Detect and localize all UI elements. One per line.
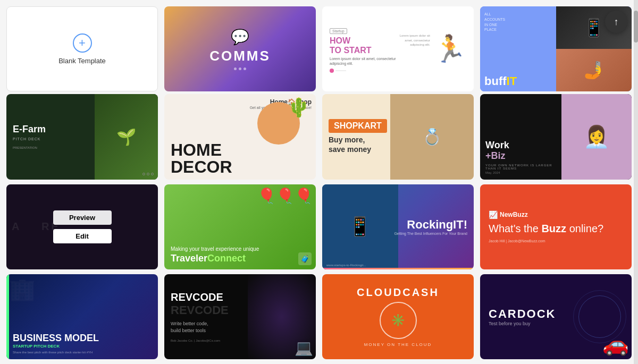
buffit-logo: buffIT [484,75,517,87]
newbuzz-contact: Jacob Hill | Jacob@NewBuzz.com [489,239,623,243]
efarm-icons [142,173,154,175]
template-card-traveler[interactable]: Preview Edit 🎈🎈🎈 Making your travel expe… [164,184,316,269]
plus-icon: + [73,33,92,53]
newbuzz-logo-text: NewBuzz [500,211,528,218]
keyboard-icon: 💻 [295,339,313,357]
bizmodel-title: BUSINESS MODEL [13,333,152,344]
cloudcash-circle: ✳️ [380,302,417,339]
rockingit-image: 📱 [322,184,398,269]
template-card-how-to-start[interactable]: Preview Edit Startup HOWTO START Lorem i… [322,6,474,91]
rockingit-title: RockingIT! [394,218,467,232]
shopkart-badge: SHOPKART [329,119,387,133]
template-card-revcode[interactable]: Preview Edit REVCODE REVCODE Write bette… [164,274,316,359]
template-card-rockingit[interactable]: Preview Edit 📱 RockingIT! Getting The Be… [322,184,474,269]
cloudcash-title: CLOUDCASH [357,286,439,299]
blank-template-label: Blank Template [58,57,106,65]
workbiz-date: May, 2024 [485,171,556,174]
car-icon: 🚗 [602,332,629,357]
shopkart-image: 💍 [390,94,474,179]
buffit-label: ALLACCOUNTSIN ONEPLACE [484,12,505,32]
scroll-to-top-button[interactable]: ↑ [605,11,627,33]
template-card-bizmodel[interactable]: Preview Edit 🏢 BUSINESS MODEL Startup Pi… [6,274,158,359]
rockingit-footer: www.startups-to-Rockingit... [322,264,474,267]
hd-big-title: HOMEDECOR [171,141,232,175]
bm-bg-text: 🏢 [9,277,36,302]
edit-button[interactable]: Edit [53,229,112,243]
newbuzz-logo: 📈 NewBuzz [489,210,623,219]
template-card-shopkart[interactable]: Preview Edit SHOPKART Buy more, save mon… [322,94,474,179]
hts-step [330,69,398,73]
cloudcash-subtitle: MONEY ON THE CLOUD [364,342,432,347]
comms-content: 💬 COMMS [209,28,271,70]
template-card-cardock[interactable]: Preview Edit CARDOCK Test before you buy… [480,274,632,359]
card-hover-overlay: Preview Edit [6,184,158,269]
comms-dots [209,67,271,70]
efarm-title: E-Farm [13,124,88,135]
rockingit-content: RockingIT! Getting The Best Influencers … [394,218,467,235]
template-card-comms[interactable]: Preview Edit 💬 COMMS [164,6,316,91]
hts-subtitle: Lorem ipsum dolor sit amet, consectetur … [330,56,398,66]
balloons-icon: 🎈🎈🎈 [257,187,313,205]
efarm-left: E-Farm PITCH DECK PRESENTATION [6,94,95,179]
hts-tag: Startup [330,28,347,34]
scrollbar-thumb[interactable] [634,11,638,43]
workbiz-image: 👩‍💼 [561,94,632,179]
hd-plant-icon: 🌵 [287,97,310,118]
running-man-icon: 🏃 [433,33,466,64]
rockingit-footer-text: www.startups-to-Rockingit... [326,264,366,267]
template-card-blank[interactable]: Preview Edit + Blank Template [6,6,158,91]
hts-text-col: Lorem ipsum dolor sit amet, consectetur … [398,33,430,64]
rockingit-color-bar [322,268,474,269]
hts-left: Startup HOWTO START Lorem ipsum dolor si… [330,25,398,73]
template-card-adventure[interactable]: Preview Edit A re [6,184,158,269]
scrollbar[interactable] [634,0,638,364]
shopkart-content: SHOPKART Buy more, save money [329,119,387,154]
buffit-main: ALLACCOUNTSIN ONEPLACE buffIT [480,6,556,91]
traveler-brand: TravelerConnect [171,253,309,264]
traveler-title: Making your travel experience unique [171,246,309,253]
preview-button[interactable]: Preview [53,210,112,225]
workbiz-left: Work+Biz YOUR OWN NETWORK IS LARGER THAN… [480,94,561,179]
comms-title: COMMS [209,48,271,64]
template-card-cloudcash[interactable]: Preview Edit CLOUDCASH ✳️ MONEY ON THE C… [322,274,474,359]
workbiz-subtitle: YOUR OWN NETWORK IS LARGER THAN IT SEEMS [485,164,556,170]
up-arrow-icon: ↑ [614,16,619,28]
template-card-newbuzz[interactable]: Preview Edit 📈 NewBuzz What's the Buzz o… [480,184,632,269]
template-card-home-decor[interactable]: Preview Edit Home🏠Shop Get all your home… [164,94,316,179]
template-card-workbiz[interactable]: Preview Edit Work+Biz YOUR OWN NETWORK I… [480,94,632,179]
template-grid: Preview Edit + Blank Template Preview Ed… [0,0,638,364]
efarm-subtitle: PITCH DECK [13,137,88,141]
workbiz-title: Work+Biz [485,140,556,162]
shopkart-tagline: Buy more, save money [329,135,387,154]
bizmodel-subtitle: Startup Pitch Deck [13,344,152,349]
efarm-footer: PRESENTATION [13,146,88,149]
chat-icon: 💬 [209,28,271,46]
newbuzz-logo-icon: 📈 [489,210,498,219]
buffit-image-2: 🤳 [556,49,632,91]
hts-title: HOWTO START [330,36,398,55]
newbuzz-title: What's the Buzz online? [489,222,623,235]
efarm-image: 🌱 [95,94,158,179]
rockingit-subtitle: Getting The Best Influencers For Your Br… [394,232,467,235]
bizmodel-desc: Share the best pitch with these pitch de… [13,351,152,354]
hts-right: Lorem ipsum dolor sit amet, consectetur … [398,33,467,64]
template-card-efarm[interactable]: Preview Edit E-Farm PITCH DECK PRESENTAT… [6,94,158,179]
traveler-bag-icon: 🧳 [298,252,312,265]
